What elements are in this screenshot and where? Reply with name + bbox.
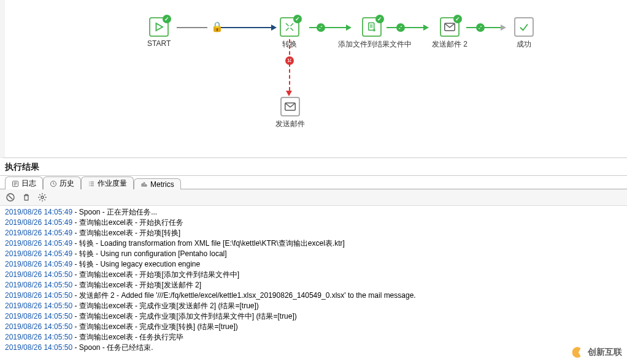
connector xyxy=(221,27,271,28)
log-timestamp: 2019/08/26 14:05:50 xyxy=(5,333,72,341)
log-message: - 查询输出excel表 - 任务执行完毕 xyxy=(72,333,183,341)
log-line: 2019/08/26 14:05:50 - 查询输出excel表 - 完成作业项… xyxy=(5,311,622,322)
log-timestamp: 2019/08/26 14:05:50 xyxy=(5,301,72,310)
node-label: 发送邮件 2 xyxy=(428,39,471,50)
node-success[interactable]: 成功 xyxy=(514,17,534,50)
watermark: 创新互联 xyxy=(571,346,622,359)
tab-label: 日志 xyxy=(21,178,36,189)
log-message: - Spoon - 正在开始任务... xyxy=(72,208,157,216)
log-timestamp: 2019/08/26 14:05:49 xyxy=(5,218,72,227)
log-timestamp: 2019/08/26 14:05:50 xyxy=(5,312,72,320)
node-transform[interactable]: 转换 xyxy=(280,17,299,50)
node-label: START xyxy=(147,39,171,48)
log-line: 2019/08/26 14:05:49 - 转换 - Using run con… xyxy=(5,249,622,259)
node-mail[interactable]: 发送邮件 xyxy=(273,97,307,129)
check-badge-icon xyxy=(453,15,462,23)
settings-button[interactable] xyxy=(37,192,48,203)
watermark-text: 创新互联 xyxy=(588,347,622,358)
metrics-icon xyxy=(140,181,148,188)
node-label: 添加文件到结果文件中 xyxy=(338,39,406,50)
node-addfile[interactable]: 添加文件到结果文件中 xyxy=(338,17,406,50)
tab-label: 历史 xyxy=(60,178,74,189)
arrow-icon xyxy=(271,25,277,31)
log-message: - 转换 - Using run configuration [Pentaho … xyxy=(72,249,226,258)
history-icon xyxy=(50,180,57,188)
log-timestamp: 2019/08/26 14:05:49 xyxy=(5,239,72,248)
clear-log-button[interactable] xyxy=(21,192,32,203)
log-line: 2019/08/26 14:05:50 - 查询输出excel表 - 完成作业项… xyxy=(5,301,622,311)
log-panel[interactable]: 2019/08/26 14:05:49 - Spoon - 正在开始任务...2… xyxy=(0,206,627,354)
tab-label: Metrics xyxy=(150,180,174,189)
watermark-icon xyxy=(571,346,584,359)
log-message: - 转换 - Loading transformation from XML f… xyxy=(72,239,345,248)
log-message: - 查询输出excel表 - 完成作业项[发送邮件 2] (结果=[true]) xyxy=(72,301,259,310)
log-message: - 转换 - Using legacy execution engine xyxy=(72,260,200,268)
connector xyxy=(466,27,501,28)
log-message: - Spoon - 任务已经结束. xyxy=(72,343,153,352)
node-label: 发送邮件 xyxy=(273,119,307,129)
arrow-icon xyxy=(286,91,292,96)
log-line: 2019/08/26 14:05:49 - 转换 - Using legacy … xyxy=(5,259,622,270)
results-title: 执行结果 xyxy=(0,158,627,176)
log-line: 2019/08/26 14:05:50 - 查询输出excel表 - 任务执行完… xyxy=(5,332,622,343)
log-line: 2019/08/26 14:05:50 - Spoon - 任务已经结束. xyxy=(5,343,622,353)
list-icon xyxy=(88,180,95,188)
log-timestamp: 2019/08/26 14:05:49 xyxy=(5,208,72,216)
log-line: 2019/08/26 14:05:50 - 发送邮件 2 - Added fil… xyxy=(5,290,622,301)
log-line: 2019/08/26 14:05:49 - 查询输出excel表 - 开始项[转… xyxy=(5,228,622,238)
log-timestamp: 2019/08/26 14:05:49 xyxy=(5,229,72,237)
tab-label: 作业度量 xyxy=(98,178,127,189)
svg-point-6 xyxy=(41,196,44,199)
log-timestamp: 2019/08/26 14:05:49 xyxy=(5,260,72,268)
arrow-icon xyxy=(501,25,506,31)
stop-button[interactable] xyxy=(5,192,16,203)
log-line: 2019/08/26 14:05:49 - 查询输出excel表 - 开始执行任… xyxy=(5,218,622,228)
log-line: 2019/08/26 14:05:49 - Spoon - 正在开始任务... xyxy=(5,207,622,218)
log-line: 2019/08/26 14:05:50 - 查询输出excel表 - 开始项[添… xyxy=(5,270,622,280)
log-message: - 查询输出excel表 - 完成作业项[添加文件到结果文件中] (结果=[tr… xyxy=(72,312,297,320)
log-message: - 查询输出excel表 - 开始执行任务 xyxy=(72,218,183,227)
node-start[interactable]: START xyxy=(147,17,171,48)
node-label: 转换 xyxy=(280,39,299,50)
log-icon xyxy=(12,180,19,188)
job-canvas[interactable]: 🔒 ✕ START 转换 添加文件到结果文件中 xyxy=(0,0,627,158)
log-timestamp: 2019/08/26 14:05:50 xyxy=(5,270,72,279)
connector xyxy=(177,27,207,28)
log-timestamp: 2019/08/26 14:05:50 xyxy=(5,322,72,331)
node-label: 成功 xyxy=(514,39,534,50)
node-mail2[interactable]: 发送邮件 2 xyxy=(428,17,471,50)
log-timestamp: 2019/08/26 14:05:50 xyxy=(5,343,72,352)
log-line: 2019/08/26 14:05:50 - 查询输出excel表 - 开始项[发… xyxy=(5,280,622,290)
log-line: 2019/08/26 14:05:49 - 转换 - Loading trans… xyxy=(5,238,622,249)
tab-history[interactable]: 历史 xyxy=(43,176,81,189)
log-toolbar xyxy=(0,189,627,206)
log-timestamp: 2019/08/26 14:05:50 xyxy=(5,291,72,300)
tab-job-metrics[interactable]: 作业度量 xyxy=(81,176,134,189)
log-message: - 查询输出excel表 - 开始项[转换] xyxy=(72,229,180,237)
results-tabs: 日志 历史 作业度量 Metrics xyxy=(0,176,627,189)
log-message: - 查询输出excel表 - 完成作业项[转换] (结果=[true]) xyxy=(72,322,238,331)
log-line: 2019/08/26 14:05:50 - 查询输出excel表 - 完成作业项… xyxy=(5,322,622,332)
log-message: - 发送邮件 2 - Added file '///E:/fq/kettle/e… xyxy=(72,291,416,300)
log-timestamp: 2019/08/26 14:05:49 xyxy=(5,249,72,258)
tab-metrics[interactable]: Metrics xyxy=(134,178,181,189)
tab-log[interactable]: 日志 xyxy=(5,176,43,189)
check-badge-icon xyxy=(163,15,171,23)
log-message: - 查询输出excel表 - 开始项[添加文件到结果文件中] xyxy=(72,270,239,279)
check-badge-icon xyxy=(375,15,384,23)
check-badge-icon xyxy=(293,15,302,23)
log-message: - 查询输出excel表 - 开始项[发送邮件 2] xyxy=(72,281,201,289)
log-timestamp: 2019/08/26 14:05:50 xyxy=(5,281,72,289)
